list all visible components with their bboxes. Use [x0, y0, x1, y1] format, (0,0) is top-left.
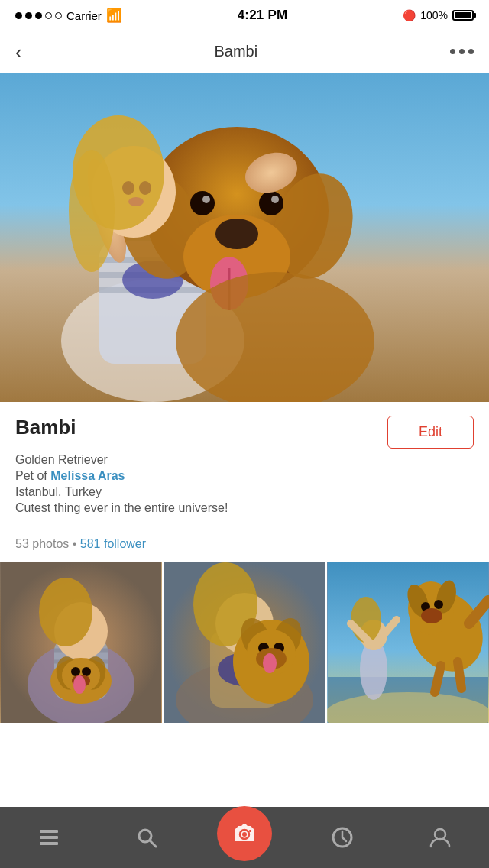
svg-point-34: [39, 578, 92, 646]
svg-rect-77: [40, 842, 58, 845]
stats-text: 53 photos • 581 follower: [15, 537, 146, 550]
photos-count: 53: [15, 537, 29, 550]
wifi-icon: 📶: [106, 8, 122, 24]
photo-1-svg: [0, 562, 162, 723]
tab-search[interactable]: [98, 807, 196, 868]
svg-line-85: [342, 837, 346, 841]
hero-image: [0, 73, 489, 402]
stats-bar: 53 photos • 581 follower: [0, 526, 489, 562]
photo-thumb-2[interactable]: [164, 562, 327, 723]
svg-point-71: [421, 608, 442, 623]
svg-point-16: [190, 191, 215, 215]
profile-icon: [427, 824, 453, 850]
svg-point-24: [139, 181, 151, 195]
profile-location: Istanbul, Turkey: [15, 485, 474, 499]
profile-top-row: Bambi Edit: [15, 416, 474, 449]
profile-breed: Golden Retriever: [15, 453, 474, 467]
battery-icon: [452, 10, 474, 21]
svg-point-17: [259, 191, 283, 215]
photos-label-text: photos: [32, 537, 69, 550]
signal-bars: [15, 12, 62, 19]
tab-feed[interactable]: [0, 807, 98, 868]
search-icon: [134, 824, 160, 850]
feed-icon-svg: [37, 825, 61, 850]
signal-dot-1: [15, 12, 22, 19]
follower-label-text: follower: [104, 537, 146, 550]
svg-point-23: [122, 181, 134, 195]
svg-point-13: [215, 219, 258, 249]
svg-point-19: [271, 196, 279, 203]
nav-bar: ‹ Bambi: [0, 31, 489, 73]
tab-bar: [0, 807, 489, 868]
svg-point-22: [69, 150, 115, 272]
signal-dot-4: [45, 12, 52, 19]
battery-percent: 100%: [420, 9, 448, 21]
svg-rect-82: [249, 830, 251, 832]
owner-label: Pet of: [15, 469, 47, 482]
carrier-label: Carrier: [66, 9, 102, 22]
status-right: 🔴 100%: [403, 9, 474, 21]
status-left: Carrier 📶: [15, 8, 122, 24]
search-icon-svg: [134, 825, 159, 850]
photo-grid: [0, 562, 489, 723]
edit-button[interactable]: Edit: [387, 416, 474, 449]
nav-title: Bambi: [214, 43, 257, 60]
photo-thumb-1[interactable]: [0, 562, 164, 723]
svg-rect-75: [40, 830, 58, 833]
svg-rect-76: [40, 836, 58, 839]
activity-icon: [329, 824, 355, 850]
profile-name: Bambi: [15, 416, 76, 439]
photo-thumb-3[interactable]: [327, 562, 489, 723]
svg-line-79: [150, 840, 156, 847]
feed-icon: [36, 824, 62, 850]
profile-owner: Pet of Melissa Aras: [15, 469, 474, 483]
tab-camera[interactable]: [196, 807, 293, 868]
follower-count[interactable]: 581: [80, 537, 101, 550]
photo-3-svg: [327, 562, 489, 723]
svg-point-25: [128, 197, 144, 206]
svg-point-70: [434, 600, 443, 609]
profile-bio: Cutest thing ever in the entire universe…: [15, 501, 474, 515]
status-time: 4:21 PM: [238, 8, 288, 23]
signal-dot-5: [55, 12, 62, 19]
svg-line-73: [458, 662, 461, 688]
svg-point-56: [263, 653, 277, 673]
activity-icon-svg: [330, 825, 355, 850]
signal-dot-2: [25, 12, 32, 19]
bluetooth-icon: 🔴: [403, 9, 416, 21]
profile-info: Bambi Edit Golden Retriever Pet of Melis…: [0, 402, 489, 526]
stats-separator: •: [73, 537, 80, 550]
more-dot-1: [450, 49, 455, 54]
signal-dot-3: [35, 12, 42, 19]
battery-fill: [455, 12, 471, 18]
svg-point-40: [82, 667, 91, 676]
svg-point-18: [202, 196, 210, 203]
more-dot-3: [468, 49, 474, 54]
svg-point-39: [71, 667, 80, 676]
photo-2-svg: [164, 562, 325, 723]
svg-line-74: [435, 666, 441, 692]
svg-point-81: [242, 832, 247, 837]
hero-scene-svg: [0, 73, 489, 402]
svg-point-42: [73, 675, 86, 694]
more-dot-2: [459, 49, 465, 54]
more-button[interactable]: [450, 49, 474, 54]
camera-icon-svg: [231, 820, 258, 847]
profile-icon-svg: [428, 825, 452, 850]
owner-name-link[interactable]: Melissa Aras: [50, 469, 125, 482]
tab-profile[interactable]: [391, 807, 489, 868]
status-bar: Carrier 📶 4:21 PM 🔴 100%: [0, 0, 489, 31]
tab-activity[interactable]: [293, 807, 391, 868]
camera-button[interactable]: [217, 806, 272, 861]
back-button[interactable]: ‹: [15, 42, 22, 62]
